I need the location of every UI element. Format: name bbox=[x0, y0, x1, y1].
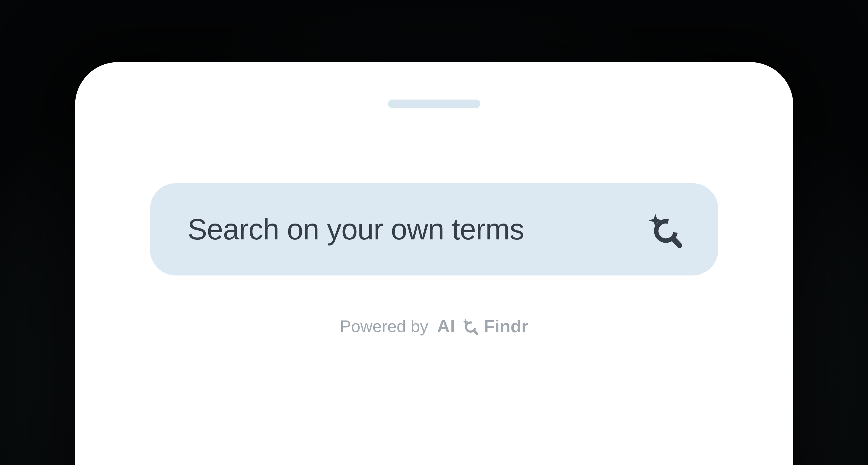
svg-line-3 bbox=[474, 330, 477, 334]
sparkle-search-brand-icon bbox=[460, 317, 479, 336]
powered-by-attribution: Powered by AI Findr bbox=[340, 316, 528, 336]
phone-device-frame: Search on your own terms Powered by AI F… bbox=[75, 62, 793, 465]
brand-ai-text: AI bbox=[437, 316, 456, 336]
brand-logo: AI Findr bbox=[437, 316, 528, 336]
search-placeholder-text: Search on your own terms bbox=[187, 213, 524, 246]
sparkle-search-icon[interactable] bbox=[643, 209, 684, 250]
brand-name-text: Findr bbox=[484, 316, 528, 336]
svg-line-1 bbox=[673, 238, 680, 246]
home-indicator bbox=[388, 99, 480, 108]
powered-by-label: Powered by bbox=[340, 316, 428, 336]
search-bar[interactable]: Search on your own terms bbox=[150, 183, 718, 276]
